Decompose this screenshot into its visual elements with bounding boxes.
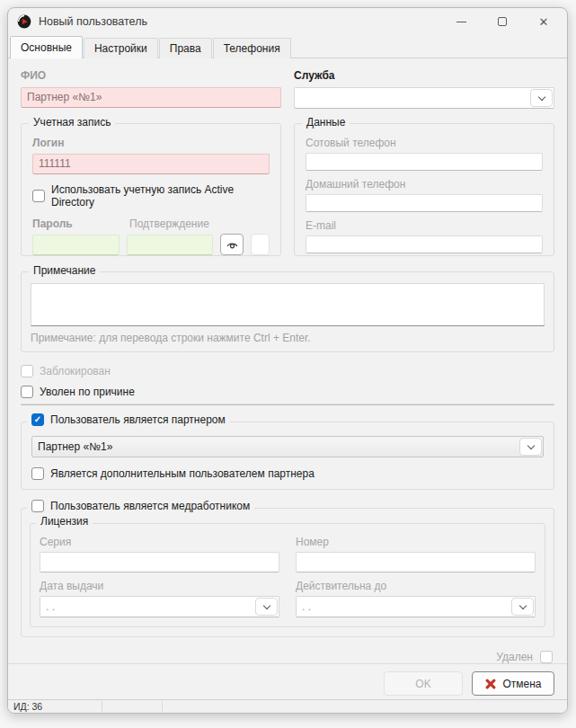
home-phone-input[interactable] <box>306 194 543 212</box>
cancel-button[interactable]: Отмена <box>472 671 554 696</box>
red-cross-icon <box>484 678 497 690</box>
additional-partner-row[interactable]: Является дополнительным пользователем па… <box>31 467 544 480</box>
confirm-input[interactable] <box>127 235 214 255</box>
close-button[interactable]: ✕ <box>536 14 551 29</box>
blocked-checkbox[interactable] <box>21 365 33 377</box>
partner-checkbox[interactable] <box>31 413 44 426</box>
partner-group: Пользователь является партнером Партнер … <box>21 422 554 490</box>
eye-icon <box>226 238 239 252</box>
note-group-title: Примечание <box>29 264 100 277</box>
note-group: Примечание Примечание: для перевода стро… <box>21 271 554 352</box>
fio-input[interactable]: Партнер «№1» <box>21 87 281 108</box>
chevron-down-icon <box>537 93 545 100</box>
blocked-label: Заблокирован <box>40 365 111 377</box>
ad-checkbox-row[interactable]: Использовать учетную запись Active Direc… <box>32 183 270 209</box>
status-id: ИД: 36 <box>8 700 102 713</box>
fired-checkbox[interactable] <box>21 386 33 398</box>
partner-value: Партнер «№1» <box>32 440 519 453</box>
status-segment-3 <box>163 700 567 713</box>
issue-date-value: . . <box>40 600 255 613</box>
series-input[interactable] <box>40 552 279 573</box>
valid-until-picker[interactable]: . . <box>296 596 536 617</box>
issue-date-label: Дата выдачи <box>40 580 279 592</box>
mobile-phone-label: Сотовый телефон <box>306 137 543 149</box>
ad-checkbox[interactable] <box>32 190 45 202</box>
medworker-checkbox[interactable] <box>31 500 44 512</box>
additional-partner-checkbox[interactable] <box>31 467 44 480</box>
deleted-checkbox[interactable] <box>540 651 553 663</box>
mobile-phone-input[interactable] <box>306 153 543 171</box>
issue-date-picker[interactable]: . . <box>40 596 279 617</box>
partner-dropdown-button[interactable] <box>519 438 542 456</box>
tab-page-main: ФИО Партнер «№1» Служба Учетная запись Л… <box>8 58 567 699</box>
password-label: Пароль <box>32 218 129 230</box>
chevron-down-icon <box>518 601 526 608</box>
new-user-dialog: Новый пользователь ✕ Основные Настройки … <box>7 7 568 714</box>
chevron-down-icon <box>527 441 534 448</box>
service-label: Служба <box>294 69 554 82</box>
status-bar: ИД: 36 <box>8 699 567 713</box>
window-title: Новый пользователь <box>39 15 454 28</box>
confirm-label: Подтверждение <box>129 218 209 230</box>
ad-checkbox-label: Использовать учетную запись Active Direc… <box>51 183 270 209</box>
medworker-label: Пользователь является медработником <box>50 500 250 512</box>
title-bar: Новый пользователь ✕ <box>8 8 567 35</box>
app-logo-icon <box>17 14 31 29</box>
partner-group-header[interactable]: Пользователь является партнером <box>27 413 230 426</box>
email-label: E-mail <box>306 219 543 232</box>
service-dropdown-button[interactable] <box>530 89 553 107</box>
deleted-row: Удален <box>21 651 554 663</box>
valid-until-value: . . <box>297 600 511 613</box>
tab-settings[interactable]: Настройки <box>84 38 158 58</box>
fired-label: Уволен по причине <box>40 386 135 398</box>
issue-date-dropdown-button[interactable] <box>255 598 278 616</box>
cancel-button-label: Отмена <box>502 678 541 690</box>
license-group: Лицензия Серия Дата выдачи . . Номер <box>30 523 545 627</box>
show-password-button[interactable] <box>220 234 244 255</box>
series-label: Серия <box>40 536 279 548</box>
partner-label: Пользователь является партнером <box>50 413 226 426</box>
fired-reason-input[interactable] <box>21 404 554 405</box>
extra-password-button[interactable] <box>251 234 270 255</box>
close-icon: ✕ <box>539 16 549 28</box>
valid-until-label: Действительна до <box>296 580 536 592</box>
maximize-button[interactable] <box>495 14 510 29</box>
tab-rights[interactable]: Права <box>159 38 212 58</box>
data-group-title: Данные <box>302 116 350 129</box>
login-label: Логин <box>32 137 270 149</box>
account-group-title: Учетная запись <box>29 116 115 129</box>
maximize-icon <box>498 17 507 26</box>
license-group-title: Лицензия <box>36 515 93 528</box>
login-input[interactable]: 111111 <box>32 154 270 174</box>
number-input[interactable] <box>296 552 536 573</box>
additional-partner-label: Является дополнительным пользователем па… <box>50 467 315 480</box>
minimize-button[interactable] <box>454 14 468 29</box>
data-group: Данные Сотовый телефон Домашний телефон … <box>294 123 554 256</box>
email-input[interactable] <box>306 235 543 253</box>
tab-bar: Основные Настройки Права Телефония <box>8 35 567 58</box>
fired-checkbox-row[interactable]: Уволен по причине <box>21 386 554 398</box>
number-label: Номер <box>296 536 536 548</box>
status-segment-2 <box>102 700 162 713</box>
minimize-icon <box>456 22 466 22</box>
note-hint: Примечание: для перевода строки нажмите … <box>31 332 545 344</box>
fio-label: ФИО <box>21 69 281 82</box>
valid-until-dropdown-button[interactable] <box>511 598 534 616</box>
blocked-checkbox-row: Заблокирован <box>21 365 554 377</box>
ok-button[interactable]: OK <box>384 671 463 696</box>
password-input[interactable] <box>32 235 120 255</box>
medworker-group: Пользователь является медработником Лице… <box>21 508 554 637</box>
partner-combobox[interactable]: Партнер «№1» <box>31 436 544 457</box>
button-bar: OK Отмена <box>8 663 567 703</box>
chevron-down-icon <box>262 601 270 608</box>
deleted-label: Удален <box>496 651 533 663</box>
home-phone-label: Домашний телефон <box>306 178 543 191</box>
tab-telephony[interactable]: Телефония <box>213 38 291 58</box>
service-combobox[interactable] <box>294 87 554 109</box>
medworker-group-header[interactable]: Пользователь является медработником <box>27 500 254 512</box>
tab-main[interactable]: Основные <box>10 36 83 58</box>
note-textarea[interactable] <box>31 283 545 326</box>
account-group: Учетная запись Логин 111111 Использовать… <box>21 123 281 256</box>
